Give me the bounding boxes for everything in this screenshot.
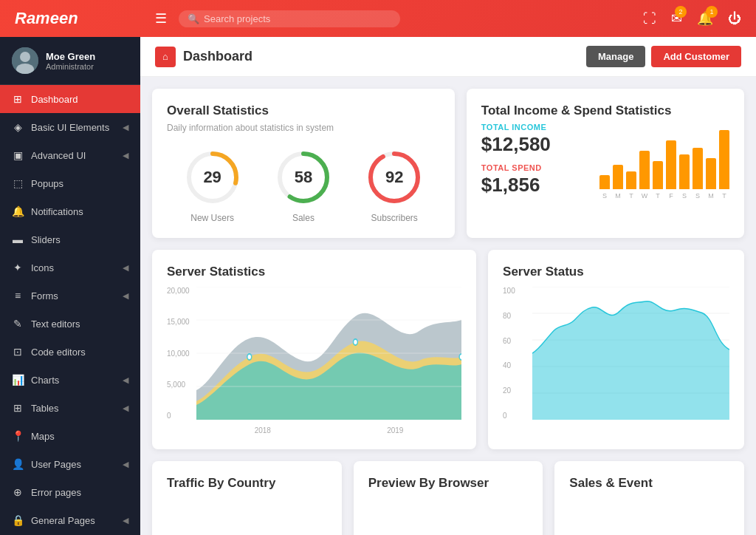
overall-stats-title: Overall Statistics: [167, 103, 440, 118]
stat-new-users: 29 New Users: [183, 148, 242, 223]
nav-icon-general-pages: 🔒: [12, 514, 24, 526]
nav-arrow-general-pages: ◀: [123, 516, 128, 525]
sidebar-item-forms[interactable]: ≡ Forms ◀: [0, 282, 140, 310]
sidebar-item-popups[interactable]: ⬚ Popups: [0, 169, 140, 197]
circle-subscribers: 92: [365, 148, 424, 207]
sidebar-item-basic-ui[interactable]: ◈ Basic UI Elements ◀: [0, 113, 140, 141]
spend-value: $1,856: [481, 174, 588, 197]
sidebar-item-dashboard[interactable]: ⊞ Dashboard: [0, 85, 140, 113]
add-customer-button[interactable]: Add Customer: [651, 46, 741, 67]
traffic-card: Traffic By Country: [152, 461, 342, 535]
sidebar-item-maps[interactable]: 📍 Maps: [0, 422, 140, 450]
expand-icon[interactable]: ⛶: [643, 11, 656, 27]
sidebar-item-sliders[interactable]: ▬ Sliders: [0, 225, 140, 253]
bar-7: [693, 148, 703, 189]
overall-stats-subtitle: Daily information about statistics in sy…: [167, 123, 440, 133]
main-layout: Moe Green Administrator ⊞ Dashboard ◈ Ba…: [0, 37, 756, 535]
home-icon: ⌂: [162, 51, 168, 62]
sidebar-item-general-pages[interactable]: 🔒 General Pages ◀: [0, 506, 140, 534]
circle-sales: 58: [274, 148, 333, 207]
nav-label-popups: Popups: [31, 178, 128, 189]
nav-icon-notifications: 🔔: [12, 205, 24, 217]
bar-4: [653, 161, 663, 189]
mail-badge: 2: [675, 6, 687, 18]
sales-title: Sales & Event: [569, 476, 729, 491]
income-spend-card: Total Income & Spend Statistics TOTAL IN…: [467, 89, 744, 238]
server-status-y-labels: 100 80 60 40 20 0: [503, 287, 532, 420]
row-1: Overall Statistics Daily information abo…: [152, 89, 744, 238]
nav-icon-maps: 📍: [12, 430, 24, 442]
hamburger-icon[interactable]: ☰: [155, 10, 167, 27]
header-buttons: Manage Add Customer: [586, 46, 741, 67]
bar-1: [613, 165, 623, 189]
sidebar-nav: ⊞ Dashboard ◈ Basic UI Elements ◀ ▣ Adva…: [0, 85, 140, 535]
row-2: Server Statistics 20,000 15,000 10,000 5…: [152, 250, 744, 449]
header-right: ☰ 🔍 ⛶ ✉ 2 🔔 1 ⏻: [155, 10, 741, 27]
stat-subscribers: 92 Subscribers: [365, 148, 424, 223]
nav-arrow-icons: ◀: [123, 263, 128, 273]
home-icon-box: ⌂: [155, 47, 176, 67]
user-role: Administrator: [46, 62, 95, 71]
sales-card: Sales & Event: [554, 461, 744, 535]
bar-label-8: M: [706, 192, 716, 200]
circle-new-users: 29: [183, 148, 242, 207]
sidebar-item-error-pages[interactable]: ⊕ Error pages: [0, 478, 140, 506]
income-right: SMTWTFSSMT: [599, 123, 729, 200]
nav-label-forms: Forms: [31, 290, 123, 301]
nav-icon-text-editors: ✎: [12, 318, 24, 330]
nav-label-text-editors: Text editors: [31, 318, 128, 330]
nav-label-advanced-ui: Advanced UI: [31, 150, 123, 161]
bar-5: [666, 140, 676, 189]
bar-9: [719, 130, 729, 189]
sidebar-item-charts[interactable]: 📊 Charts ◀: [0, 366, 140, 394]
user-info: Moe Green Administrator: [46, 51, 95, 71]
sidebar-item-tables[interactable]: ⊞ Tables ◀: [0, 394, 140, 422]
stat-sales: 58 Sales: [274, 148, 333, 223]
bell-icon[interactable]: 🔔 1: [697, 10, 713, 27]
manage-button[interactable]: Manage: [586, 46, 645, 67]
sidebar-item-code-editors[interactable]: ⊡ Code editors: [0, 338, 140, 366]
server-stats-svg: [196, 287, 461, 420]
bar-label-7: S: [693, 192, 703, 200]
user-name: Moe Green: [46, 51, 95, 62]
sidebar-item-icons[interactable]: ✦ Icons ◀: [0, 253, 140, 282]
nav-label-general-pages: General Pages: [31, 515, 123, 526]
nav-icon-sliders: ▬: [12, 234, 24, 245]
circle-new-users-value: 29: [203, 168, 221, 187]
circle-sales-value: 58: [295, 168, 312, 187]
nav-arrow-forms: ◀: [123, 291, 128, 301]
mail-icon[interactable]: ✉ 2: [671, 10, 682, 27]
sidebar-item-advanced-ui[interactable]: ▣ Advanced UI ◀: [0, 141, 140, 169]
app-logo: Rameen: [15, 9, 155, 28]
power-icon[interactable]: ⏻: [728, 11, 741, 27]
nav-label-user-pages: User Pages: [31, 459, 123, 470]
bar-label-0: S: [599, 192, 610, 200]
overall-stats-card: Overall Statistics Daily information abo…: [152, 89, 455, 238]
nav-arrow-charts: ◀: [123, 375, 128, 385]
bell-badge: 1: [706, 6, 718, 18]
avatar-image: [12, 47, 38, 74]
svg-point-15: [354, 339, 358, 345]
sidebar-item-text-editors[interactable]: ✎ Text editors: [0, 310, 140, 338]
subscribers-label: Subscribers: [371, 213, 417, 223]
nav-icon-charts: 📊: [12, 374, 24, 386]
content-area: ⌂ Dashboard Manage Add Customer Overall …: [140, 37, 756, 535]
logo-text: Rameen: [15, 9, 78, 27]
nav-icon-icons: ✦: [12, 262, 24, 273]
server-status-chart: 100 80 60 40 20 0: [503, 287, 729, 435]
page-header: ⌂ Dashboard Manage Add Customer: [140, 37, 756, 77]
server-stats-x-labels: 2018 2019: [196, 426, 461, 435]
sidebar-item-user-pages[interactable]: 👤 User Pages ◀: [0, 450, 140, 478]
header-icons: ⛶ ✉ 2 🔔 1 ⏻: [643, 10, 741, 27]
nav-label-maps: Maps: [31, 431, 128, 442]
browser-title: Preview By Browser: [368, 476, 529, 491]
top-header: Rameen ☰ 🔍 ⛶ ✉ 2 🔔 1 ⏻: [0, 0, 756, 37]
page-title-area: ⌂ Dashboard: [155, 47, 252, 67]
svg-point-14: [247, 354, 252, 360]
circle-subscribers-value: 92: [385, 168, 403, 187]
sidebar-item-notifications[interactable]: 🔔 Notifications: [0, 197, 140, 225]
nav-label-icons: Icons: [31, 262, 123, 273]
search-input[interactable]: [204, 13, 391, 24]
search-bar: 🔍: [179, 10, 400, 27]
dashboard-grid: Overall Statistics Daily information abo…: [140, 77, 756, 535]
